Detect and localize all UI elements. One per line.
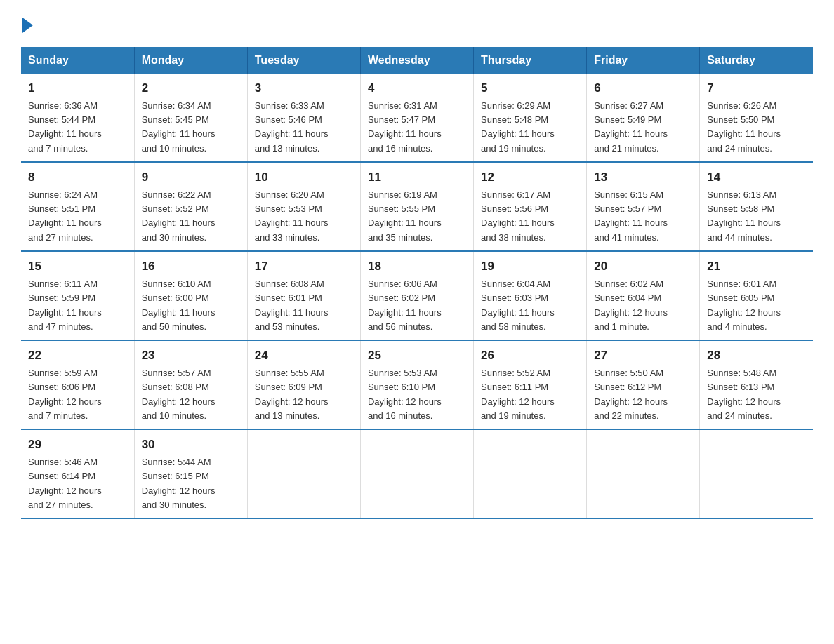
day-info: Sunrise: 5:55 AM Sunset: 6:09 PM Dayligh… [255, 366, 353, 423]
calendar-header-row: SundayMondayTuesdayWednesdayThursdayFrid… [21, 47, 813, 74]
calendar-cell: 29Sunrise: 5:46 AM Sunset: 6:14 PM Dayli… [21, 429, 134, 518]
col-header-friday: Friday [587, 47, 700, 74]
day-number: 16 [142, 257, 240, 276]
calendar-week-5: 29Sunrise: 5:46 AM Sunset: 6:14 PM Dayli… [21, 429, 813, 518]
calendar-cell: 4Sunrise: 6:31 AM Sunset: 5:47 PM Daylig… [360, 74, 473, 162]
day-number: 26 [481, 347, 579, 365]
day-number: 22 [28, 347, 127, 365]
day-number: 2 [142, 79, 240, 98]
calendar-cell: 17Sunrise: 6:08 AM Sunset: 6:01 PM Dayli… [247, 251, 360, 340]
day-info: Sunrise: 6:36 AM Sunset: 5:44 PM Dayligh… [28, 99, 127, 156]
calendar-cell: 20Sunrise: 6:02 AM Sunset: 6:04 PM Dayli… [587, 251, 700, 340]
day-number: 19 [481, 257, 579, 276]
day-info: Sunrise: 5:59 AM Sunset: 6:06 PM Dayligh… [28, 366, 127, 423]
calendar-cell: 24Sunrise: 5:55 AM Sunset: 6:09 PM Dayli… [247, 340, 360, 429]
day-number: 4 [368, 79, 466, 98]
day-number: 18 [368, 257, 466, 276]
day-number: 24 [255, 347, 353, 365]
day-number: 20 [594, 257, 692, 276]
calendar-cell: 21Sunrise: 6:01 AM Sunset: 6:05 PM Dayli… [700, 251, 813, 340]
calendar-cell: 9Sunrise: 6:22 AM Sunset: 5:52 PM Daylig… [134, 162, 247, 251]
logo [21, 14, 33, 33]
day-info: Sunrise: 6:11 AM Sunset: 5:59 PM Dayligh… [28, 277, 127, 334]
day-number: 14 [707, 168, 806, 187]
day-info: Sunrise: 6:19 AM Sunset: 5:55 PM Dayligh… [368, 188, 466, 245]
day-info: Sunrise: 6:15 AM Sunset: 5:57 PM Dayligh… [594, 188, 692, 245]
day-number: 25 [368, 347, 466, 365]
calendar-cell: 6Sunrise: 6:27 AM Sunset: 5:49 PM Daylig… [587, 74, 700, 162]
day-info: Sunrise: 6:24 AM Sunset: 5:51 PM Dayligh… [28, 188, 127, 245]
day-info: Sunrise: 6:20 AM Sunset: 5:53 PM Dayligh… [255, 188, 353, 245]
calendar-cell: 27Sunrise: 5:50 AM Sunset: 6:12 PM Dayli… [587, 340, 700, 429]
day-info: Sunrise: 5:48 AM Sunset: 6:13 PM Dayligh… [707, 366, 806, 423]
day-number: 17 [255, 257, 353, 276]
calendar-week-3: 15Sunrise: 6:11 AM Sunset: 5:59 PM Dayli… [21, 251, 813, 340]
day-number: 6 [594, 79, 692, 98]
day-info: Sunrise: 6:26 AM Sunset: 5:50 PM Dayligh… [707, 99, 806, 156]
calendar-cell: 10Sunrise: 6:20 AM Sunset: 5:53 PM Dayli… [247, 162, 360, 251]
day-number: 15 [28, 257, 127, 276]
calendar-cell: 14Sunrise: 6:13 AM Sunset: 5:58 PM Dayli… [700, 162, 813, 251]
calendar-cell [587, 429, 700, 518]
calendar-cell: 1Sunrise: 6:36 AM Sunset: 5:44 PM Daylig… [21, 74, 134, 162]
col-header-thursday: Thursday [474, 47, 587, 74]
day-info: Sunrise: 5:57 AM Sunset: 6:08 PM Dayligh… [142, 366, 240, 423]
day-number: 3 [255, 79, 353, 98]
day-number: 13 [594, 168, 692, 187]
calendar-cell [474, 429, 587, 518]
day-number: 30 [142, 436, 240, 454]
day-info: Sunrise: 6:10 AM Sunset: 6:00 PM Dayligh… [142, 277, 240, 334]
day-info: Sunrise: 6:22 AM Sunset: 5:52 PM Dayligh… [142, 188, 240, 245]
day-info: Sunrise: 6:13 AM Sunset: 5:58 PM Dayligh… [707, 188, 806, 245]
day-number: 29 [28, 436, 127, 454]
day-info: Sunrise: 6:27 AM Sunset: 5:49 PM Dayligh… [594, 99, 692, 156]
calendar-cell: 5Sunrise: 6:29 AM Sunset: 5:48 PM Daylig… [474, 74, 587, 162]
calendar-table: SundayMondayTuesdayWednesdayThursdayFrid… [21, 47, 813, 519]
calendar-cell: 13Sunrise: 6:15 AM Sunset: 5:57 PM Dayli… [587, 162, 700, 251]
day-info: Sunrise: 6:29 AM Sunset: 5:48 PM Dayligh… [481, 99, 579, 156]
calendar-cell: 30Sunrise: 5:44 AM Sunset: 6:15 PM Dayli… [134, 429, 247, 518]
col-header-wednesday: Wednesday [360, 47, 473, 74]
calendar-cell: 8Sunrise: 6:24 AM Sunset: 5:51 PM Daylig… [21, 162, 134, 251]
calendar-cell: 23Sunrise: 5:57 AM Sunset: 6:08 PM Dayli… [134, 340, 247, 429]
day-info: Sunrise: 6:01 AM Sunset: 6:05 PM Dayligh… [707, 277, 806, 334]
calendar-cell: 25Sunrise: 5:53 AM Sunset: 6:10 PM Dayli… [360, 340, 473, 429]
calendar-cell [247, 429, 360, 518]
day-info: Sunrise: 6:02 AM Sunset: 6:04 PM Dayligh… [594, 277, 692, 334]
calendar-cell: 11Sunrise: 6:19 AM Sunset: 5:55 PM Dayli… [360, 162, 473, 251]
day-number: 1 [28, 79, 127, 98]
calendar-cell: 7Sunrise: 6:26 AM Sunset: 5:50 PM Daylig… [700, 74, 813, 162]
day-number: 8 [28, 168, 127, 187]
day-number: 27 [594, 347, 692, 365]
day-info: Sunrise: 5:52 AM Sunset: 6:11 PM Dayligh… [481, 366, 579, 423]
day-info: Sunrise: 5:44 AM Sunset: 6:15 PM Dayligh… [142, 455, 240, 512]
col-header-tuesday: Tuesday [247, 47, 360, 74]
day-number: 28 [707, 347, 806, 365]
logo-text [21, 14, 33, 34]
day-info: Sunrise: 6:08 AM Sunset: 6:01 PM Dayligh… [255, 277, 353, 334]
day-number: 11 [368, 168, 466, 187]
day-info: Sunrise: 5:50 AM Sunset: 6:12 PM Dayligh… [594, 366, 692, 423]
day-number: 10 [255, 168, 353, 187]
day-info: Sunrise: 6:06 AM Sunset: 6:02 PM Dayligh… [368, 277, 466, 334]
calendar-cell [360, 429, 473, 518]
col-header-sunday: Sunday [21, 47, 134, 74]
calendar-cell: 12Sunrise: 6:17 AM Sunset: 5:56 PM Dayli… [474, 162, 587, 251]
calendar-cell: 15Sunrise: 6:11 AM Sunset: 5:59 PM Dayli… [21, 251, 134, 340]
day-number: 7 [707, 79, 806, 98]
day-number: 12 [481, 168, 579, 187]
day-number: 5 [481, 79, 579, 98]
calendar-cell [700, 429, 813, 518]
day-number: 21 [707, 257, 806, 276]
calendar-cell: 2Sunrise: 6:34 AM Sunset: 5:45 PM Daylig… [134, 74, 247, 162]
day-number: 9 [142, 168, 240, 187]
col-header-saturday: Saturday [700, 47, 813, 74]
calendar-cell: 19Sunrise: 6:04 AM Sunset: 6:03 PM Dayli… [474, 251, 587, 340]
day-info: Sunrise: 6:33 AM Sunset: 5:46 PM Dayligh… [255, 99, 353, 156]
calendar-cell: 18Sunrise: 6:06 AM Sunset: 6:02 PM Dayli… [360, 251, 473, 340]
logo-arrow-icon [22, 18, 33, 33]
day-number: 23 [142, 347, 240, 365]
day-info: Sunrise: 6:31 AM Sunset: 5:47 PM Dayligh… [368, 99, 466, 156]
calendar-week-2: 8Sunrise: 6:24 AM Sunset: 5:51 PM Daylig… [21, 162, 813, 251]
day-info: Sunrise: 6:17 AM Sunset: 5:56 PM Dayligh… [481, 188, 579, 245]
